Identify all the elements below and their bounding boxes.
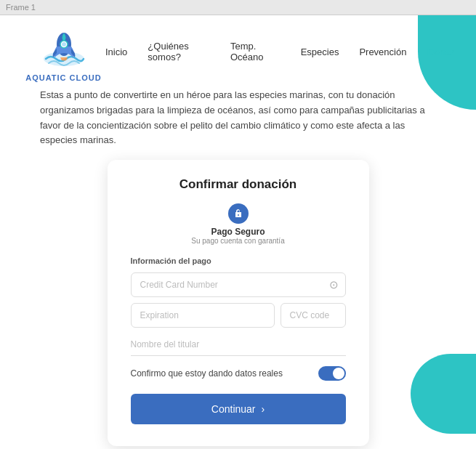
arrow-icon: ›	[262, 403, 265, 415]
payment-section-label: Información del pago	[131, 256, 346, 265]
main-container: AQUATIC CLOUD Inicio ¿Quiénes somos? Tem…	[0, 15, 476, 449]
header: AQUATIC CLOUD Inicio ¿Quiénes somos? Tem…	[0, 15, 476, 88]
camera-icon: ⊙	[329, 278, 339, 291]
frame-label: Frame 1	[0, 0, 476, 15]
titular-input[interactable]	[131, 333, 346, 356]
svg-point-3	[62, 42, 66, 46]
secure-icon	[228, 203, 249, 224]
secure-subtitle: Su pago cuenta con garantía	[191, 237, 284, 245]
confirm-label: Confirmo que estoy dando datos reales	[131, 368, 283, 379]
logo-icon	[39, 21, 89, 72]
logo-text: AQUATIC CLOUD	[25, 73, 101, 82]
main-nav: Inicio ¿Quiénes somos? Temp. Océano Espe…	[105, 41, 454, 62]
deco-bottom-right	[411, 354, 476, 434]
nav-quienes[interactable]: ¿Quiénes somos?	[148, 41, 210, 62]
lock-icon	[233, 209, 243, 219]
secure-badge: Pago Seguro Su pago cuenta con garantía	[131, 203, 346, 245]
toggle-knob	[333, 368, 344, 379]
secure-title: Pago Seguro	[211, 227, 265, 237]
footer: © 2022 Aquatic Cloud. Todos los derechos…	[0, 446, 476, 449]
nav-prevencion[interactable]: Prevención	[359, 46, 406, 57]
cvc-input[interactable]	[281, 303, 346, 328]
expiry-cvc-row	[131, 303, 346, 328]
cc-number-input[interactable]	[131, 272, 346, 297]
card-title: Confirmar donación	[131, 177, 346, 192]
data-confirm-toggle[interactable]	[318, 366, 346, 381]
intro-text: Estas a punto de convertirte en un héroe…	[0, 88, 476, 160]
nav-donar[interactable]: Donar	[427, 46, 454, 57]
confirm-row: Confirmo que estoy dando datos reales	[131, 366, 346, 381]
logo-area: AQUATIC CLOUD	[22, 21, 105, 82]
cc-wrapper: ⊙	[131, 272, 346, 297]
nav-especies[interactable]: Especies	[301, 46, 339, 57]
donation-card: Confirmar donación Pago Seguro Su pago c…	[108, 160, 369, 446]
nav-temp[interactable]: Temp. Océano	[230, 41, 281, 62]
nav-inicio[interactable]: Inicio	[105, 46, 127, 57]
continue-button[interactable]: Continuar ›	[131, 394, 346, 424]
expiration-input[interactable]	[131, 303, 275, 328]
continue-label: Continuar	[211, 403, 256, 415]
